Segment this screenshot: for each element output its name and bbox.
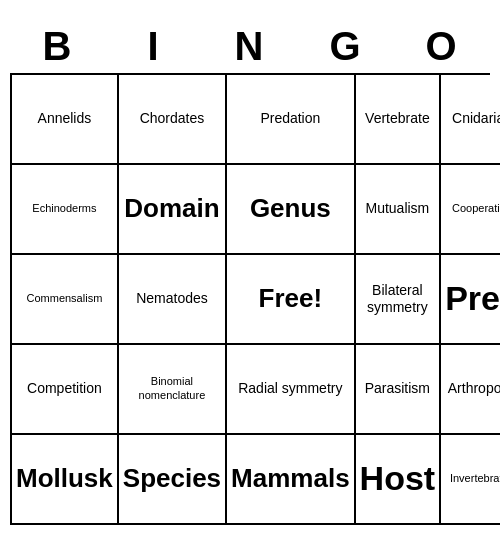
- bingo-cell: Radial symmetry: [227, 345, 356, 435]
- bingo-cell: Invertebrates: [441, 435, 500, 525]
- cell-text: Chordates: [140, 110, 205, 127]
- bingo-cell: Free!: [227, 255, 356, 345]
- bingo-cell: Mollusk: [12, 435, 119, 525]
- cell-text: Competition: [27, 380, 102, 397]
- cell-text: Cooperation: [452, 202, 500, 215]
- bingo-cell: Mammals: [227, 435, 356, 525]
- header-letter: G: [298, 20, 394, 73]
- bingo-cell: Mutualism: [356, 165, 442, 255]
- bingo-cell: Annelids: [12, 75, 119, 165]
- cell-text: Domain: [124, 193, 219, 224]
- bingo-cell: Cnidarian: [441, 75, 500, 165]
- cell-text: Annelids: [38, 110, 92, 127]
- bingo-cell: Species: [119, 435, 227, 525]
- cell-text: Bilateral symmetry: [360, 282, 436, 316]
- cell-text: Mollusk: [16, 463, 113, 494]
- bingo-cell: Cooperation: [441, 165, 500, 255]
- cell-text: Predation: [260, 110, 320, 127]
- cell-text: Mutualism: [365, 200, 429, 217]
- cell-text: Species: [123, 463, 221, 494]
- cell-text: Invertebrates: [450, 472, 500, 485]
- bingo-grid: AnnelidsChordatesPredationVertebrateCnid…: [10, 73, 490, 525]
- bingo-cell: Commensalism: [12, 255, 119, 345]
- cell-text: Vertebrate: [365, 110, 430, 127]
- bingo-cell: Domain: [119, 165, 227, 255]
- bingo-cell: Predation: [227, 75, 356, 165]
- bingo-cell: Binomial nomenclature: [119, 345, 227, 435]
- header-letter: N: [202, 20, 298, 73]
- cell-text: Nematodes: [136, 290, 208, 307]
- cell-text: Binomial nomenclature: [123, 375, 221, 401]
- header-letter: I: [106, 20, 202, 73]
- bingo-cell: Bilateral symmetry: [356, 255, 442, 345]
- bingo-cell: Chordates: [119, 75, 227, 165]
- cell-text: Echinoderms: [32, 202, 96, 215]
- cell-text: Cnidarian: [452, 110, 500, 127]
- bingo-cell: Parasitism: [356, 345, 442, 435]
- cell-text: Parasitism: [365, 380, 430, 397]
- cell-text: Genus: [250, 193, 331, 224]
- cell-text: Free!: [259, 283, 323, 314]
- cell-text: Host: [360, 458, 436, 499]
- bingo-cell: Genus: [227, 165, 356, 255]
- cell-text: Radial symmetry: [238, 380, 342, 397]
- bingo-header: BINGO: [10, 20, 490, 73]
- bingo-cell: Competition: [12, 345, 119, 435]
- cell-text: Prey: [445, 278, 500, 319]
- bingo-cell: Nematodes: [119, 255, 227, 345]
- cell-text: Commensalism: [27, 292, 103, 305]
- header-letter: B: [10, 20, 106, 73]
- bingo-card: BINGO AnnelidsChordatesPredationVertebra…: [10, 20, 490, 525]
- cell-text: Arthropods: [448, 380, 500, 397]
- bingo-cell: Echinoderms: [12, 165, 119, 255]
- cell-text: Mammals: [231, 463, 350, 494]
- bingo-cell: Host: [356, 435, 442, 525]
- header-letter: O: [394, 20, 490, 73]
- bingo-cell: Prey: [441, 255, 500, 345]
- bingo-cell: Arthropods: [441, 345, 500, 435]
- bingo-cell: Vertebrate: [356, 75, 442, 165]
